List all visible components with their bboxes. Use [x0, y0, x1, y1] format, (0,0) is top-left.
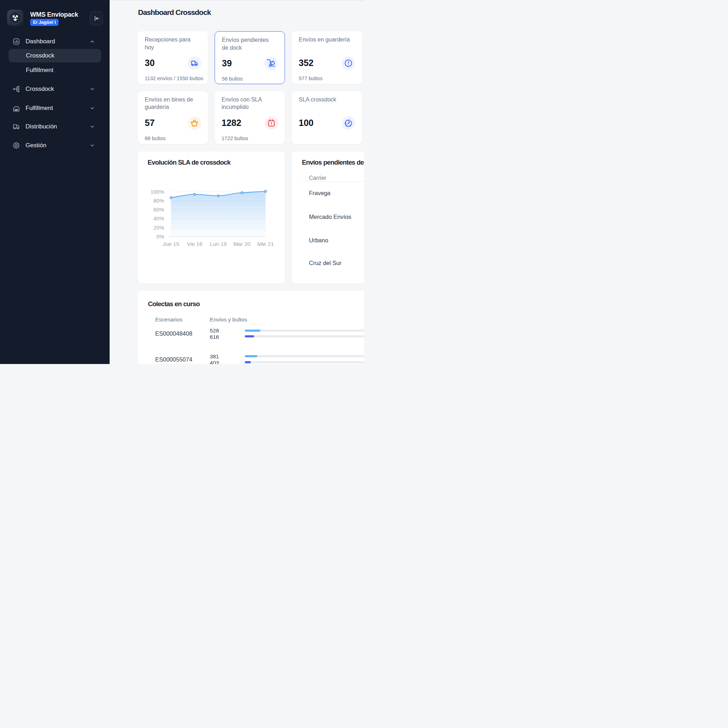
svg-text:80%: 80% [153, 197, 164, 203]
svg-text:Mie 21: Mie 21 [257, 241, 274, 247]
svg-text:40%: 40% [153, 216, 164, 222]
svg-text:60%: 60% [153, 206, 164, 213]
svg-text:100%: 100% [150, 189, 164, 195]
svg-text:0%: 0% [156, 234, 164, 240]
svg-text:Vie 16: Vie 16 [187, 241, 203, 247]
svg-text:20%: 20% [153, 225, 164, 231]
svg-text:Mar 20: Mar 20 [234, 241, 251, 247]
svg-text:Jue 15: Jue 15 [163, 241, 179, 247]
svg-text:Lun 19: Lun 19 [210, 241, 226, 247]
